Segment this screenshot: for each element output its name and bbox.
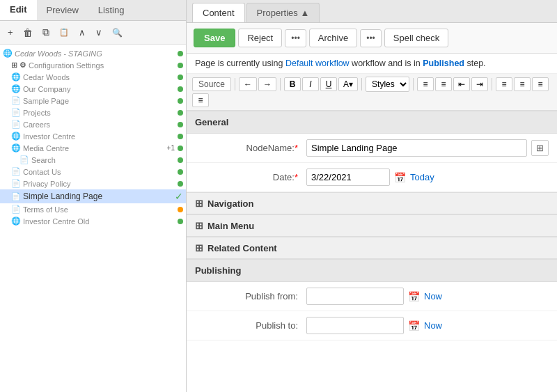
status-dot xyxy=(178,146,183,151)
unordered-list-button[interactable]: ≡ xyxy=(435,77,452,91)
expand-icon: ⊞ xyxy=(195,242,203,253)
tree-item-projects[interactable]: 📄 Projects xyxy=(0,107,186,118)
tree-item-investor-centre[interactable]: 🌐 Investor Centre xyxy=(0,130,186,142)
globe-icon: 🌐 xyxy=(11,84,21,93)
align-center-button[interactable]: ≡ xyxy=(514,77,531,91)
move-up-button[interactable]: ∧ xyxy=(75,25,89,40)
tree-item-contact-us[interactable]: 📄 Contact Us xyxy=(0,166,186,178)
tab-listing[interactable]: Listing xyxy=(88,0,134,20)
publish-from-input[interactable] xyxy=(306,288,404,305)
undo-button[interactable]: ← xyxy=(239,77,257,91)
publishing-section-header: Publishing xyxy=(187,259,557,282)
general-section: General NodeName:* ⊞ Date:* 📅 Today xyxy=(187,111,557,192)
related-content-section-header[interactable]: ⊞ Related Content xyxy=(187,237,557,259)
page-icon: 📄 xyxy=(11,108,21,117)
tree-item-sample-page[interactable]: 📄 Sample Page xyxy=(0,95,186,107)
globe-icon: 🌐 xyxy=(11,132,21,141)
tab-preview[interactable]: Preview xyxy=(37,0,88,20)
paste-button[interactable]: 📋 xyxy=(56,26,72,39)
page-icon: 📄 xyxy=(11,179,21,188)
separator xyxy=(492,78,492,91)
tree-item-investor-centre-old[interactable]: 🌐 Investor Centre Old xyxy=(0,215,186,227)
tab-properties[interactable]: Properties ▲ xyxy=(246,3,320,22)
add-button[interactable]: + xyxy=(4,25,17,40)
archive-button[interactable]: Archive xyxy=(309,29,357,47)
styles-select[interactable]: Styles xyxy=(366,77,409,92)
today-link[interactable]: Today xyxy=(410,172,434,182)
status-dot xyxy=(178,110,183,116)
move-down-button[interactable]: ∨ xyxy=(92,25,106,40)
publish-from-calendar-button[interactable]: 📅 xyxy=(408,291,420,302)
expand-icon: ⊞ xyxy=(195,220,203,231)
tree-item-media-centre[interactable]: 🌐 Media Centre +1 xyxy=(0,142,186,154)
tree-item-terms-of-use[interactable]: 📄 Terms of Use xyxy=(0,203,186,215)
publish-to-input[interactable] xyxy=(306,317,404,334)
page-icon: 📄 xyxy=(11,167,21,176)
more-button-1[interactable]: ••• xyxy=(285,29,306,47)
status-dot xyxy=(178,51,183,56)
align-right-button[interactable]: ≡ xyxy=(532,77,549,91)
publish-to-calendar-button[interactable]: 📅 xyxy=(408,320,420,331)
align-justify-button[interactable]: ≡ xyxy=(192,93,209,107)
general-section-header: General xyxy=(187,111,557,134)
tree-item-config-settings[interactable]: ⊞ ⚙ Configuration Settings xyxy=(0,59,186,71)
publish-from-row: Publish from: 📅 Now xyxy=(187,282,557,311)
italic-button[interactable]: I xyxy=(302,77,319,91)
indent-decrease-button[interactable]: ⇤ xyxy=(453,77,470,91)
tree-item-label: Simple Landing Page xyxy=(23,191,172,201)
nodename-settings-button[interactable]: ⊞ xyxy=(531,140,549,156)
publish-from-group: 📅 Now xyxy=(306,288,549,305)
save-button[interactable]: Save xyxy=(194,29,235,47)
status-dot xyxy=(178,98,183,104)
nodename-label: NodeName:* xyxy=(195,143,306,153)
separator xyxy=(235,78,235,91)
tree-item-simple-landing-page[interactable]: 📄 Simple Landing Page ✓ xyxy=(0,189,186,203)
related-content-section-label: Related Content xyxy=(207,243,277,253)
date-input[interactable] xyxy=(306,168,390,186)
child-count: +1 xyxy=(167,144,175,152)
tree-item-cedar-woods[interactable]: 🌐 Cedar Woods xyxy=(0,71,186,83)
main-menu-section-header[interactable]: ⊞ Main Menu xyxy=(187,214,557,237)
tree-item-our-company[interactable]: 🌐 Our Company xyxy=(0,83,186,95)
ordered-list-button[interactable]: ≡ xyxy=(417,77,434,91)
navigation-section-header[interactable]: ⊞ Navigation xyxy=(187,192,557,214)
tree-item-label: Contact Us xyxy=(23,168,175,176)
indent-increase-button[interactable]: ⇥ xyxy=(471,77,488,91)
delete-button[interactable]: 🗑 xyxy=(19,25,36,40)
tree-item-search[interactable]: 📄 Search xyxy=(0,154,186,166)
more-button-2[interactable]: ••• xyxy=(360,29,382,47)
tree-item-careers[interactable]: 📄 Careers xyxy=(0,118,186,130)
source-button[interactable]: Source xyxy=(192,77,231,91)
sidebar-tabs: Edit Preview Listing xyxy=(0,0,186,21)
nodename-input[interactable] xyxy=(306,139,527,157)
workflow-link[interactable]: Default workflow xyxy=(285,58,350,68)
tab-edit[interactable]: Edit xyxy=(0,0,37,20)
bold-button[interactable]: B xyxy=(284,77,301,91)
tree-item-label: Privacy Policy xyxy=(23,180,175,188)
status-dot xyxy=(178,75,183,80)
tab-content[interactable]: Content xyxy=(192,3,245,22)
tree-item-privacy-policy[interactable]: 📄 Privacy Policy xyxy=(0,178,186,189)
copy-button[interactable]: ⧉ xyxy=(39,24,53,40)
page-icon: 📄 xyxy=(19,155,29,164)
calendar-button[interactable]: 📅 xyxy=(394,172,406,183)
tree-item-cedar-woods-staging[interactable]: 🌐 Cedar Woods - STAGING xyxy=(0,47,186,59)
publish-from-now-link[interactable]: Now xyxy=(424,291,442,301)
publish-to-row: Publish to: 📅 Now xyxy=(187,311,557,340)
publish-to-now-link[interactable]: Now xyxy=(424,320,442,331)
sidebar: Edit Preview Listing + 🗑 ⧉ 📋 ∧ ∨ 🔍 🌐 Ced… xyxy=(0,0,187,392)
reject-button[interactable]: Reject xyxy=(238,29,282,47)
panel-content: Save Reject ••• Archive ••• Spell check … xyxy=(187,23,557,392)
status-dot xyxy=(178,134,183,139)
align-left-button[interactable]: ≡ xyxy=(496,77,512,91)
search-button[interactable]: 🔍 xyxy=(109,26,126,40)
separator xyxy=(361,78,362,91)
underline-button[interactable]: U xyxy=(320,77,337,91)
redo-button[interactable]: → xyxy=(258,77,276,91)
sidebar-tree: 🌐 Cedar Woods - STAGING ⊞ ⚙ Configuratio… xyxy=(0,45,186,392)
spellcheck-button[interactable]: Spell check xyxy=(384,29,448,47)
font-color-button[interactable]: A▾ xyxy=(338,77,358,91)
status-dot xyxy=(178,219,183,224)
checkmark-icon: ✓ xyxy=(175,191,183,202)
status-dot xyxy=(178,157,183,163)
